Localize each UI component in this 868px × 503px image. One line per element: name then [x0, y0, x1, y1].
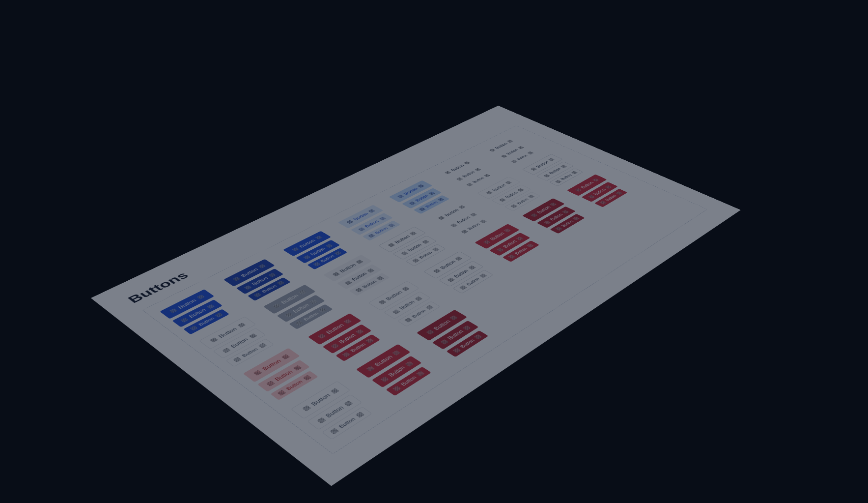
placeholder-icon	[409, 232, 417, 236]
button-label: Button	[349, 342, 366, 353]
placeholder-icon	[392, 385, 401, 391]
buttons-panel: ButtonButtonButtonButtonButtonButtonButt…	[142, 125, 707, 454]
button-label: Button	[472, 177, 485, 183]
placeholder-icon	[367, 234, 375, 237]
placeholder-icon	[517, 188, 524, 192]
placeholder-icon	[309, 299, 317, 304]
placeholder-icon	[419, 207, 426, 211]
button-label: Button	[406, 243, 422, 252]
placeholder-icon	[433, 269, 441, 273]
placeholder-icon	[266, 381, 275, 386]
button-label: Button	[319, 254, 335, 263]
placeholder-icon	[440, 339, 448, 345]
placeholder-icon	[459, 285, 467, 290]
button-label: Button	[535, 160, 550, 168]
button-label: Button	[217, 326, 238, 338]
placeholder-icon	[366, 268, 374, 272]
placeholder-icon	[380, 376, 389, 382]
button-label: Button	[467, 223, 481, 231]
button-label: Button	[411, 309, 427, 319]
placeholder-icon	[291, 247, 299, 252]
button-label: Button	[337, 417, 356, 429]
placeholder-icon	[438, 216, 445, 220]
placeholder-icon	[496, 248, 504, 252]
placeholder-icon	[504, 181, 511, 184]
placeholder-icon	[206, 304, 215, 309]
button-label: Button	[402, 187, 419, 196]
button-label: Button	[461, 171, 476, 178]
placeholder-icon	[528, 195, 534, 198]
placeholder-icon	[425, 305, 434, 310]
button-label: Button	[364, 220, 380, 228]
placeholder-icon	[388, 223, 395, 227]
button-label: Button	[494, 142, 508, 149]
placeholder-icon	[315, 236, 322, 239]
placeholder-icon	[428, 191, 435, 195]
placeholder-icon	[331, 343, 339, 349]
placeholder-icon	[561, 210, 569, 214]
button-label: Button	[455, 216, 471, 224]
button-label: Button	[491, 183, 506, 192]
placeholder-icon	[281, 354, 290, 359]
placeholder-icon	[408, 201, 416, 205]
button-label: Button	[459, 338, 475, 349]
placeholder-icon	[469, 213, 476, 217]
placeholder-icon	[604, 185, 611, 189]
placeholder-icon	[444, 171, 451, 174]
placeholder-icon	[504, 229, 511, 233]
placeholder-icon	[303, 375, 311, 381]
button-label: Button	[418, 251, 433, 259]
placeholder-icon	[530, 167, 537, 171]
button-label: Button	[387, 365, 406, 377]
button-label: Button	[393, 235, 411, 244]
button-label: Button	[298, 238, 316, 248]
button-label: Button	[449, 164, 465, 172]
placeholder-icon	[273, 303, 281, 308]
button-label: Button	[251, 276, 269, 286]
placeholder-icon	[346, 220, 353, 224]
button-label: Button	[338, 263, 357, 273]
button-label: Button	[592, 188, 607, 196]
button-label: Button	[465, 277, 480, 286]
placeholder-icon	[298, 290, 306, 295]
placeholder-icon	[215, 313, 223, 318]
placeholder-icon	[425, 329, 434, 335]
placeholder-icon	[549, 203, 557, 207]
button-label: Button	[241, 347, 258, 357]
placeholder-icon	[588, 195, 594, 198]
button-label: Button	[292, 303, 310, 313]
button-label: Button	[374, 227, 389, 235]
placeholder-icon	[253, 293, 261, 297]
button-label: Button	[604, 194, 617, 202]
button-label: Button	[504, 191, 519, 199]
button-label: Button	[535, 206, 552, 214]
button-label: Button	[548, 168, 561, 175]
placeholder-icon	[277, 281, 284, 285]
button-label: Button	[514, 247, 528, 255]
placeholder-icon	[474, 168, 481, 171]
placeholder-icon	[412, 259, 420, 263]
placeholder-icon	[392, 309, 400, 314]
placeholder-icon	[344, 280, 352, 285]
button-label: Button	[177, 298, 197, 310]
placeholder-icon	[343, 400, 353, 406]
button-label: Button	[280, 294, 299, 304]
placeholder-icon	[332, 272, 339, 276]
placeholder-icon	[222, 348, 230, 353]
placeholder-icon	[329, 428, 338, 434]
button-label: Button	[505, 148, 519, 155]
placeholder-icon	[437, 198, 445, 202]
placeholder-icon	[258, 264, 266, 268]
placeholder-icon	[248, 333, 256, 339]
button-label: Button	[240, 267, 259, 278]
placeholder-icon	[355, 260, 363, 264]
placeholder-icon	[405, 361, 414, 366]
placeholder-icon	[447, 277, 454, 282]
design-artboard: Buttons ButtonButtonButtonButtonButtonBu…	[90, 106, 740, 486]
button-label: Button	[309, 247, 326, 256]
placeholder-icon	[330, 388, 338, 394]
button-label: Button	[398, 300, 416, 310]
placeholder-icon	[517, 146, 524, 149]
button-label: Button	[197, 317, 215, 326]
placeholder-icon	[456, 177, 463, 180]
